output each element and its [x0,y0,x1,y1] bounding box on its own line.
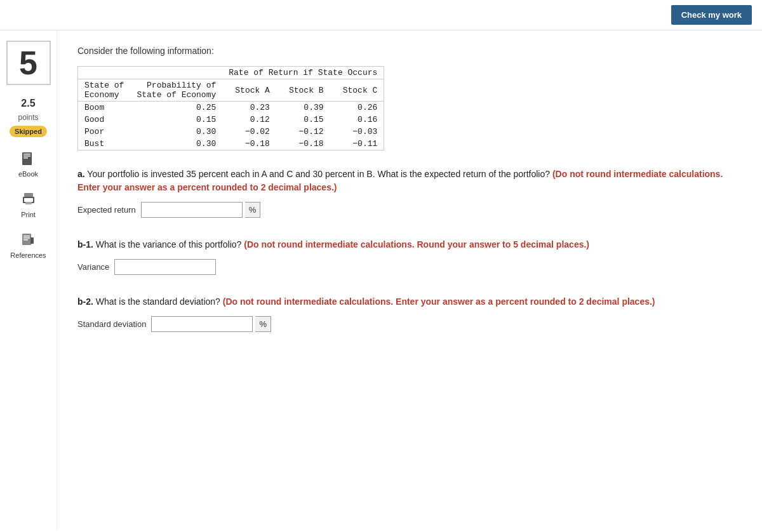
cell-state-good: Good [78,114,131,126]
cell-c-poor: −0.03 [330,126,384,138]
col-header-state: State ofEconomy [78,79,131,102]
print-icon [20,190,37,208]
cell-a-good: 0.12 [222,114,276,126]
svg-rect-10 [23,237,30,239]
empty-header [78,67,223,79]
col-header-stock-b: Stock B [276,79,330,102]
question-a-input-row: Expected return % [77,202,735,218]
cell-a-bust: −0.18 [222,138,276,150]
points-section: 2.5 points Skipped [10,98,47,137]
check-my-work-button[interactable]: Check my work [671,5,752,25]
cell-b-boom: 0.39 [276,102,330,114]
svg-rect-7 [25,202,32,204]
references-icon [19,231,37,249]
table-rate-header-row: Rate of Return if State Occurs [78,67,384,79]
cell-b-poor: −0.12 [276,126,330,138]
question-b1-section: b-1. What is the variance of this portfo… [77,238,735,275]
question-a-label: a. [77,169,85,179]
std-dev-unit: % [255,316,271,332]
sidebar-item-references[interactable]: References [10,231,46,259]
col-header-stock-c: Stock C [330,79,384,102]
skipped-badge: Skipped [10,126,47,137]
col-header-stock-a: Stock A [222,79,276,102]
ebook-label: eBook [18,170,38,178]
question-a-section: a. Your portfolio is invested 35 percent… [77,168,735,218]
data-table-container: Rate of Return if State Occurs State ofE… [77,66,384,150]
cell-c-boom: 0.26 [330,102,384,114]
sidebar-item-print[interactable]: Print [20,190,37,218]
points-value: 2.5 [21,98,35,109]
cell-state-bust: Bust [78,138,131,150]
variance-label: Variance [77,262,109,272]
top-bar: Check my work [0,0,762,30]
cell-prob-bust: 0.30 [130,138,222,150]
svg-rect-12 [30,237,34,244]
cell-prob-boom: 0.25 [130,102,222,114]
print-label: Print [21,211,36,218]
col-header-prob: Probability ofState of Economy [130,79,222,102]
question-b1-label: b-1. [77,239,93,249]
consider-text: Consider the following information: [77,46,735,56]
rate-header: Rate of Return if State Occurs [222,67,384,79]
cell-state-poor: Poor [78,126,131,138]
expected-return-unit: % [245,202,261,218]
svg-rect-1 [23,154,30,155]
points-label: points [18,113,38,122]
question-b2-plain: What is the standard deviation? [96,296,223,307]
references-label: References [10,251,46,259]
svg-rect-9 [23,236,30,237]
question-b2-section: b-2. What is the standard deviation? (Do… [77,295,735,332]
table-row: Poor 0.30 −0.02 −0.12 −0.03 [78,126,384,138]
question-a-plain: Your portfolio is invested 35 percent ea… [87,169,552,179]
question-number-box: 5 [6,41,51,85]
table-row: Good 0.15 0.12 0.15 0.16 [78,114,384,126]
question-b2-text: b-2. What is the standard deviation? (Do… [77,295,735,309]
variance-input[interactable] [114,259,216,275]
content-area: Consider the following information: Rate… [57,30,756,531]
cell-prob-good: 0.15 [130,114,222,126]
question-number: 5 [19,44,37,82]
svg-rect-6 [24,198,33,202]
cell-a-poor: −0.02 [222,126,276,138]
table-row: Bust 0.30 −0.18 −0.18 −0.11 [78,138,384,150]
question-b1-text: b-1. What is the variance of this portfo… [77,238,735,251]
sidebar: 5 2.5 points Skipped eBook [0,30,57,531]
cell-state-boom: Boom [78,102,131,114]
svg-rect-3 [23,157,28,159]
main-layout: 5 2.5 points Skipped eBook [0,30,762,531]
question-a-text: a. Your portfolio is invested 35 percent… [77,168,735,194]
cell-prob-poor: 0.30 [130,126,222,138]
expected-return-label: Expected return [77,205,136,215]
std-dev-label: Standard deviation [77,319,146,329]
cell-c-bust: −0.11 [330,138,384,150]
cell-c-good: 0.16 [330,114,384,126]
question-b1-orange: (Do not round intermediate calculations.… [244,239,589,249]
question-b2-orange: (Do not round intermediate calculations.… [223,296,655,307]
question-b2-label: b-2. [77,296,93,307]
expected-return-input[interactable] [141,202,243,218]
svg-rect-11 [23,239,28,241]
question-b2-input-row: Standard deviation % [77,316,735,332]
question-b1-input-row: Variance [77,259,735,275]
data-table: Rate of Return if State Occurs State ofE… [77,66,384,150]
table-row: Boom 0.25 0.23 0.39 0.26 [78,102,384,114]
table-col-header-row: State ofEconomy Probability ofState of E… [78,79,384,102]
svg-rect-2 [23,156,30,157]
question-b1-plain: What is the variance of this portfolio? [96,239,244,249]
cell-a-boom: 0.23 [222,102,276,114]
standard-deviation-input[interactable] [151,316,253,332]
cell-b-bust: −0.18 [276,138,330,150]
cell-b-good: 0.15 [276,114,330,126]
ebook-icon [19,150,37,168]
sidebar-item-ebook[interactable]: eBook [18,150,38,178]
